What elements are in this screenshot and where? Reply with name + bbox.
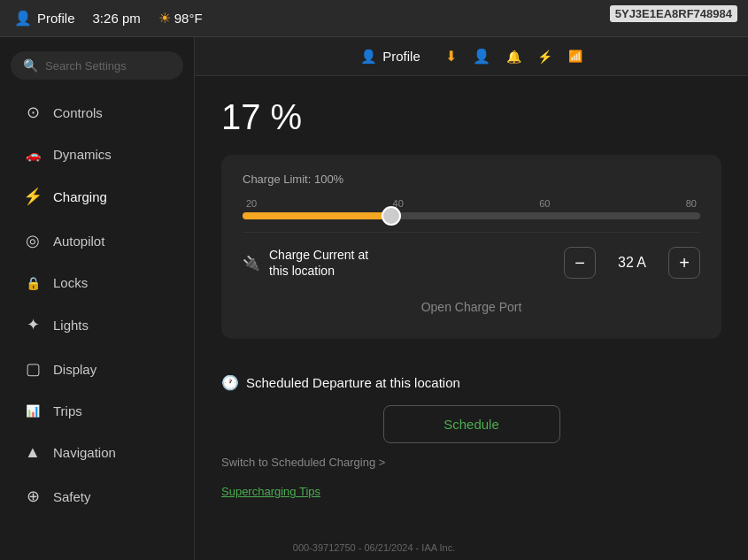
sidebar-label-navigation: Navigation [53,445,116,460]
main-screen: 👤 Profile 3:26 pm ☀ 98°F 🔍 Search Settin… [0,0,748,560]
charge-percentage: 17 % [221,97,721,137]
switch-charging-link[interactable]: Switch to Scheduled Charging > [221,456,385,469]
signal-icon: 📶 [568,50,582,63]
plug-icon: 🔌 [243,255,260,272]
sidebar-item-locks[interactable]: 🔒 Locks [5,263,189,303]
charge-port-row: Open Charge Port [243,286,700,321]
status-weather: ☀ 98°F [158,10,203,27]
sidebar-item-autopilot[interactable]: ◎ Autopilot [5,219,189,263]
download-icon[interactable]: ⬇ [445,48,457,65]
user-icon[interactable]: 👤 [473,48,490,65]
sun-icon: ☀ [158,10,171,27]
navigation-icon: ▲ [23,443,42,462]
charging-icon: ⚡ [23,187,42,206]
watermark: 000-39712750 - 06/21/2024 - IAA Inc. [293,542,455,553]
charge-current-left: 🔌 Charge Current atthis location [243,247,368,279]
scheduled-departure-header: 🕐 Scheduled Departure at this location [221,374,721,391]
charge-current-row: 🔌 Charge Current atthis location − 32 A … [243,232,700,286]
profile-tab-label: Profile [382,49,420,64]
scheduled-departure-label: Scheduled Departure at this location [246,375,460,390]
sidebar-item-safety[interactable]: ⊕ Safety [5,474,189,518]
schedule-button[interactable]: Schedule [383,405,560,443]
status-profile: 👤 Profile [14,10,75,27]
charge-current-controls: − 32 A + [564,247,700,279]
supercharging-tips-link[interactable]: Supercharging Tips [221,485,320,498]
temperature-label: 98°F [174,11,203,26]
dynamics-icon: 🚗 [23,148,42,162]
charge-current-label: Charge Current atthis location [269,247,368,279]
charge-current-value: 32 A [610,255,654,271]
sidebar-label-lights: Lights [53,318,89,333]
content-header: 👤 Profile ⬇ 👤 🔔 ⚡ 📶 [195,37,748,76]
open-charge-port-button[interactable]: Open Charge Port [421,300,522,314]
charging-content: 17 % Charge Limit: 100% 20 40 60 80 [195,76,748,560]
locks-icon: 🔒 [23,276,42,290]
header-icons: ⬇ 👤 🔔 ⚡ 📶 [445,48,582,65]
lights-icon: ✦ [23,315,42,334]
profile-tab[interactable]: 👤 Profile [360,49,420,65]
sidebar-label-charging: Charging [53,189,107,204]
sidebar-item-charging[interactable]: ⚡ Charging [5,174,189,219]
sidebar-label-safety: Safety [53,489,91,504]
status-profile-label: Profile [37,11,75,26]
sidebar-item-navigation[interactable]: ▲ Navigation [5,431,189,474]
clock-icon: 🕐 [221,374,239,391]
main-layout: 🔍 Search Settings ⊙ Controls 🚗 Dynamics … [0,37,748,560]
trips-icon: 📊 [23,404,42,418]
safety-icon: ⊕ [23,487,42,506]
sidebar-label-autopilot: Autopilot [53,234,104,249]
vin-label: 5YJ3E1EA8RF748984 [610,5,737,22]
increase-current-button[interactable]: + [668,247,700,279]
search-icon: 🔍 [23,58,38,73]
decrease-current-button[interactable]: − [564,247,596,279]
search-bar[interactable]: 🔍 Search Settings [11,51,183,80]
content-area: 👤 Profile ⬇ 👤 🔔 ⚡ 📶 17 % Charge Limit: 1 [195,37,748,560]
sidebar-label-display: Display [53,362,96,377]
sidebar-label-locks: Locks [53,275,88,290]
sidebar-item-dynamics[interactable]: 🚗 Dynamics [5,134,189,174]
sidebar-label-trips: Trips [53,403,82,418]
search-placeholder: Search Settings [45,59,127,73]
charge-limit-card: Charge Limit: 100% 20 40 60 80 [221,155,721,339]
charge-limit-label: Charge Limit: 100% [243,173,700,186]
sidebar: 🔍 Search Settings ⊙ Controls 🚗 Dynamics … [0,37,195,560]
display-icon: ▢ [23,359,42,379]
profile-tab-icon: 👤 [360,49,377,65]
sidebar-item-display[interactable]: ▢ Display [5,347,189,391]
bluetooth-icon[interactable]: ⚡ [537,50,552,64]
scheduled-departure-section: 🕐 Scheduled Departure at this location S… [221,357,721,508]
autopilot-icon: ◎ [23,231,42,250]
sidebar-item-lights[interactable]: ✦ Lights [5,303,189,347]
bell-icon[interactable]: 🔔 [506,50,521,64]
status-time: 3:26 pm [93,11,141,26]
charge-limit-slider[interactable]: 20 40 60 80 [243,198,700,219]
sidebar-item-trips[interactable]: 📊 Trips [5,391,189,431]
sidebar-label-dynamics: Dynamics [53,147,112,162]
sidebar-item-controls[interactable]: ⊙ Controls [5,90,189,134]
sidebar-nav: ⊙ Controls 🚗 Dynamics ⚡ Charging ◎ Autop… [0,90,194,560]
controls-icon: ⊙ [23,103,42,122]
sidebar-label-controls: Controls [53,105,103,120]
person-icon: 👤 [14,10,32,27]
